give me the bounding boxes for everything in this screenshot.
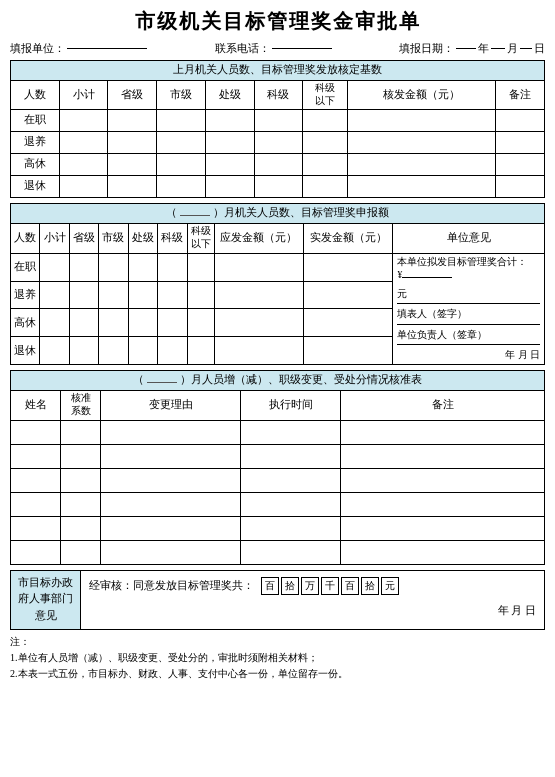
header-row: 填报单位： 联系电话： 填报日期： 年 月 日: [10, 41, 545, 56]
col-head: 科级: [254, 80, 303, 110]
cell: [254, 154, 303, 176]
cell: [11, 540, 61, 564]
cell: [59, 110, 108, 132]
amount-yuan: 元: [381, 577, 399, 595]
cell: [157, 132, 206, 154]
cell: [254, 176, 303, 198]
opinion-sign1: 填表人（签字）: [397, 308, 540, 321]
cell: [108, 154, 157, 176]
cell: [61, 444, 101, 468]
cell: [205, 110, 254, 132]
cell: [241, 492, 341, 516]
row-gaoxiu: 高休: [11, 154, 60, 176]
cell: [108, 176, 157, 198]
audit-line: 经审核：同意发放目标管理奖共： 百 拾 万 千 百 拾 元: [89, 577, 536, 595]
section1-header: 上月机关人员数、目标管理奖发放核定基数: [11, 61, 545, 81]
cell: [214, 281, 303, 309]
col3-reason: 变更理由: [101, 391, 241, 421]
approval-section: 市目标办政府人事部门意见 经审核：同意发放目标管理奖共： 百 拾 万 千 百 拾…: [10, 570, 545, 630]
cell: [101, 420, 241, 444]
cell: [214, 337, 303, 365]
cell: [157, 176, 206, 198]
col-head: 实发金额（元）: [304, 223, 393, 253]
cell: [101, 468, 241, 492]
cell: [341, 492, 545, 516]
cell: [205, 176, 254, 198]
cell: [128, 253, 157, 281]
cell: [341, 516, 545, 540]
cell: [59, 154, 108, 176]
cell: [304, 253, 393, 281]
cell: [61, 468, 101, 492]
cell: [11, 420, 61, 444]
cell: [61, 492, 101, 516]
cell: [40, 309, 69, 337]
cell: [341, 468, 545, 492]
note-item-2: 2.本表一式五份，市目标办、财政、人事、支付中心各一份，单位留存一份。: [10, 666, 545, 682]
cell: [11, 516, 61, 540]
row-zaizhi: 在职: [11, 110, 60, 132]
dept-opinion-label: 市目标办政府人事部门意见: [11, 571, 81, 629]
row-tuixiu: 退休: [11, 176, 60, 198]
cell: [61, 540, 101, 564]
cell: [496, 154, 545, 176]
cell: [101, 444, 241, 468]
phone-field: 联系电话：: [215, 41, 332, 56]
cell: [496, 110, 545, 132]
cell: [303, 176, 348, 198]
cell: [99, 309, 128, 337]
cell: [303, 132, 348, 154]
cell: [187, 281, 214, 309]
cell: [69, 281, 98, 309]
cell: [304, 281, 393, 309]
section2-header: （ ）月机关人员数、目标管理奖申报额: [11, 204, 545, 224]
col3-coeff: 核准系数: [61, 391, 101, 421]
cell: [348, 176, 496, 198]
col-head: 处级: [205, 80, 254, 110]
cell: [241, 516, 341, 540]
approval-date: 年 月 日: [89, 603, 536, 618]
col-head: 省级: [69, 223, 98, 253]
cell: [187, 337, 214, 365]
opinion-line3: 元: [397, 288, 540, 301]
cell: [99, 253, 128, 281]
cell: [69, 253, 98, 281]
col-head: 处级: [128, 223, 157, 253]
unit-opinion-cell: 本单位拟发目标管理奖合计： ¥ 元 填表人（签字） 单位负责人（签章） 年 月 …: [393, 253, 545, 365]
cell: [241, 420, 341, 444]
col-head: 小计: [40, 223, 69, 253]
cell: [40, 253, 69, 281]
cell: [99, 337, 128, 365]
cell: [241, 468, 341, 492]
amount-wan: 万: [301, 577, 319, 595]
notes-section: 注： 1.单位有人员增（减）、职级变更、受处分的，审批时须附相关材料； 2.本表…: [10, 634, 545, 682]
notes-title: 注：: [10, 636, 30, 647]
page-title: 市级机关目标管理奖金审批单: [10, 8, 545, 35]
cell: [101, 540, 241, 564]
cell: [108, 132, 157, 154]
opinion-date: 年 月 日: [397, 349, 540, 362]
cell: [157, 110, 206, 132]
cell: [341, 540, 545, 564]
cell: [69, 337, 98, 365]
cell: [158, 253, 187, 281]
cell: [158, 281, 187, 309]
cell: [11, 444, 61, 468]
cell: [128, 281, 157, 309]
cell: [348, 154, 496, 176]
cell: [158, 309, 187, 337]
cell: [496, 176, 545, 198]
cell: [128, 309, 157, 337]
col3-note: 备注: [341, 391, 545, 421]
cell: [59, 132, 108, 154]
col-head: 小计: [59, 80, 108, 110]
audit-content: 经审核：同意发放目标管理奖共： 百 拾 万 千 百 拾 元 年 月 日: [81, 571, 544, 629]
date-field: 填报日期： 年 月 日: [399, 41, 545, 56]
section1-table: 上月机关人员数、目标管理奖发放核定基数 人数 小计 省级 市级 处级 科级 科级…: [10, 60, 545, 198]
col-head: 市级: [157, 80, 206, 110]
col-head: 应发金额（元）: [214, 223, 303, 253]
cell: [157, 154, 206, 176]
cell: [11, 492, 61, 516]
row2-tuiyang: 退养: [11, 281, 40, 309]
cell: [40, 337, 69, 365]
